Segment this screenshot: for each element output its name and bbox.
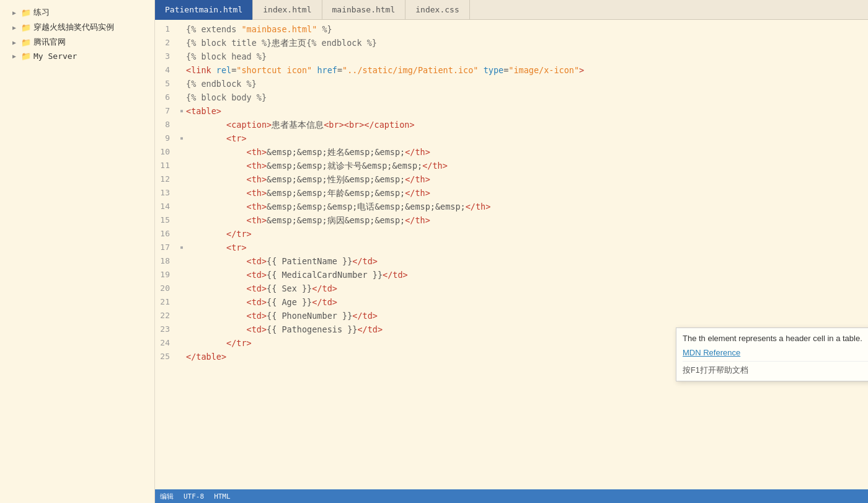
tab-label: index.css: [415, 5, 459, 14]
editor-area: Patientmain.html index.html mainbase.htm…: [155, 0, 868, 503]
line-number: 24: [155, 336, 177, 350]
tooltip-description: The th element represents a header cell …: [683, 333, 868, 344]
code-line-19: 19 <td>{{ MedicalCardNumber }}</td>: [155, 268, 868, 282]
code-content: </tr>: [186, 227, 868, 241]
code-line-21: 21 <td>{{ Age }}</td>: [155, 295, 868, 309]
line-number: 3: [155, 50, 177, 63]
fold-icon[interactable]: ▪: [177, 131, 186, 145]
code-line-22: 22 <td>{{ PhoneNumber }}</td>: [155, 309, 868, 323]
status-item-encoding: UTF-8: [184, 492, 204, 501]
code-line-3: 3 {% block head %}: [155, 50, 868, 63]
line-number: 8: [155, 118, 177, 131]
folder-icon: 📁: [21, 51, 31, 61]
code-content: <th>&emsp;&emsp;性别&emsp;&emsp;</th>: [186, 172, 868, 186]
line-number: 15: [155, 213, 177, 227]
arrow-icon: ▶: [12, 53, 20, 60]
line-number: 16: [155, 227, 177, 241]
code-line-14: 14 <th>&emsp;&emsp;&emsp;电话&emsp;&emsp;&…: [155, 200, 868, 213]
code-content: <link rel="shortcut icon" href="../stati…: [186, 63, 868, 77]
fold-icon[interactable]: ▪: [177, 104, 186, 118]
code-view[interactable]: 1 {% extends "mainbase.html" %} 2 {% blo…: [155, 20, 868, 489]
code-line-6: 6 {% block body %}: [155, 91, 868, 104]
tab-indexcss[interactable]: index.css: [405, 0, 469, 20]
sidebar-item-练习[interactable]: ▶ 📁 练习: [0, 5, 154, 20]
status-item-lang: HTML: [214, 492, 231, 501]
line-number: 2: [155, 36, 177, 50]
tab-label: Patientmain.html: [165, 5, 242, 14]
code-line-9: 9 ▪ <tr>: [155, 131, 868, 145]
code-line-2: 2 {% block title %}患者主页{% endblock %}: [155, 36, 868, 50]
sidebar-item-label: My Server: [33, 51, 77, 61]
code-line-18: 18 <td>{{ PatientName }}</td>: [155, 254, 868, 268]
code-line-15: 15 <th>&emsp;&emsp;病因&emsp;&emsp;</th>: [155, 213, 868, 227]
line-number: 10: [155, 145, 177, 159]
code-content: {% block head %}: [186, 50, 868, 63]
code-line-13: 13 <th>&emsp;&emsp;年龄&emsp;&emsp;</th>: [155, 186, 868, 200]
line-number: 6: [155, 91, 177, 104]
line-number: 18: [155, 254, 177, 268]
code-content: <td>{{ MedicalCardNumber }}</td>: [186, 268, 868, 282]
folder-icon: 📁: [21, 23, 31, 32]
status-item-edit: 编辑: [160, 492, 174, 501]
line-number: 23: [155, 323, 177, 336]
code-content: <table>: [186, 104, 868, 118]
sidebar-item-my-server[interactable]: ▶ 📁 My Server: [0, 50, 154, 63]
code-content: {% block title %}患者主页{% endblock %}: [186, 36, 868, 50]
arrow-icon: ▶: [12, 9, 20, 16]
code-line-11: 11 <th>&emsp;&emsp;就诊卡号&emsp;&emsp;</th>: [155, 159, 868, 172]
sidebar: ▶ 📁 练习 ▶ 📁 穿越火线抽奖代码实例 ▶ 📁 腾讯官网 ▶ 📁 My Se…: [0, 0, 155, 503]
sidebar-item-label: 腾讯官网: [33, 37, 66, 48]
arrow-icon: ▶: [12, 24, 20, 31]
line-number: 11: [155, 159, 177, 172]
code-content: <td>{{ Sex }}</td>: [186, 282, 868, 295]
sidebar-item-腾讯官网[interactable]: ▶ 📁 腾讯官网: [0, 35, 154, 50]
code-line-20: 20 <td>{{ Sex }}</td>: [155, 282, 868, 295]
code-content: <caption>患者基本信息<br><br></caption>: [186, 118, 868, 131]
line-number: 17: [155, 241, 177, 254]
arrow-icon: ▶: [12, 39, 20, 46]
code-content: <td>{{ PhoneNumber }}</td>: [186, 309, 868, 323]
line-number: 4: [155, 63, 177, 77]
line-number: 25: [155, 350, 177, 363]
code-line-1: 1 {% extends "mainbase.html" %}: [155, 22, 868, 36]
code-line-5: 5 {% endblock %}: [155, 77, 868, 91]
status-bar: 编辑 UTF-8 HTML: [155, 489, 868, 503]
code-content: <td>{{ Age }}</td>: [186, 295, 868, 309]
fold-icon[interactable]: ▪: [177, 241, 186, 254]
sidebar-item-穿越火线[interactable]: ▶ 📁 穿越火线抽奖代码实例: [0, 20, 154, 35]
line-number: 7: [155, 104, 177, 118]
sidebar-item-label: 练习: [33, 7, 50, 18]
line-number: 12: [155, 172, 177, 186]
code-content: {% block body %}: [186, 91, 868, 104]
line-number: 20: [155, 282, 177, 295]
code-line-4: 4 <link rel="shortcut icon" href="../sta…: [155, 63, 868, 77]
tab-label: index.html: [263, 5, 311, 14]
folder-icon: 📁: [21, 8, 31, 17]
code-line-16: 16 </tr>: [155, 227, 868, 241]
code-content: <th>&emsp;&emsp;姓名&emsp;&emsp;</th>: [186, 145, 868, 159]
code-content: <tr>: [186, 131, 868, 145]
code-content: <th>&emsp;&emsp;病因&emsp;&emsp;</th>: [186, 213, 868, 227]
line-number: 1: [155, 22, 177, 36]
tooltip-mdn-link[interactable]: MDN Reference: [683, 348, 740, 357]
code-line-8: 8 <caption>患者基本信息<br><br></caption>: [155, 118, 868, 131]
code-line-10: 10 <th>&emsp;&emsp;姓名&emsp;&emsp;</th>: [155, 145, 868, 159]
code-line-7: 7 ▪ <table>: [155, 104, 868, 118]
code-content: {% extends "mainbase.html" %}: [186, 22, 868, 36]
folder-icon: 📁: [21, 38, 31, 47]
tab-mainbase[interactable]: mainbase.html: [322, 0, 406, 20]
code-content: <th>&emsp;&emsp;年龄&emsp;&emsp;</th>: [186, 186, 868, 200]
tab-index[interactable]: index.html: [253, 0, 322, 20]
tab-patientmain[interactable]: Patientmain.html: [155, 0, 253, 20]
code-line-12: 12 <th>&emsp;&emsp;性别&emsp;&emsp;</th>: [155, 172, 868, 186]
line-number: 14: [155, 200, 177, 213]
line-number: 21: [155, 295, 177, 309]
tab-label: mainbase.html: [332, 5, 396, 14]
code-content: <th>&emsp;&emsp;就诊卡号&emsp;&emsp;</th>: [186, 159, 868, 172]
line-number: 19: [155, 268, 177, 282]
code-content: <td>{{ PatientName }}</td>: [186, 254, 868, 268]
tooltip-footer: 按F1打开帮助文档 ⚙: [683, 361, 868, 376]
line-number: 5: [155, 77, 177, 91]
sidebar-item-label: 穿越火线抽奖代码实例: [33, 22, 114, 33]
line-number: 9: [155, 131, 177, 145]
